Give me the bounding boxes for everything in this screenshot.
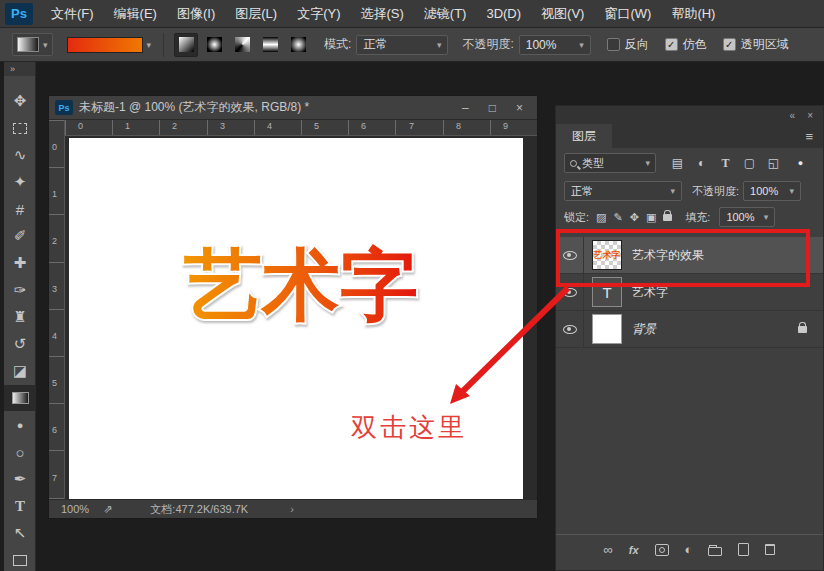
gradient-tool[interactable] <box>4 385 36 411</box>
panel-menu-icon[interactable]: ≡ <box>805 129 813 144</box>
filter-smart-objects-button[interactable]: ◱ <box>764 154 783 172</box>
blur-tool[interactable]: ● <box>4 412 36 438</box>
ruler-tick: 0 <box>78 121 83 131</box>
filter-toggle-icon: ● <box>798 158 803 168</box>
hand-tool[interactable]: Ш <box>4 566 36 571</box>
panel-collapse-icon[interactable]: « <box>790 110 796 121</box>
toolbar-collapse-button[interactable]: » <box>4 62 35 76</box>
layer-style-fx-button[interactable]: fx <box>629 544 639 556</box>
radial-gradient-button[interactable] <box>202 33 226 57</box>
linear-gradient-button[interactable] <box>174 33 198 57</box>
zoom-level[interactable]: 100% <box>61 503 89 515</box>
layer-name[interactable]: 背景 <box>632 321 656 338</box>
menu-file[interactable]: 文件(F) <box>41 0 104 28</box>
layer-thumbnail[interactable] <box>592 314 622 344</box>
rectangle-icon <box>13 555 27 566</box>
status-chevron-icon[interactable]: › <box>290 503 294 515</box>
new-adjustment-layer-button[interactable]: ◐ <box>685 542 693 557</box>
lock-all-icon[interactable] <box>663 214 672 221</box>
dither-checkbox[interactable]: ✓ <box>665 38 678 51</box>
search-icon <box>570 160 577 167</box>
path-selection-tool[interactable]: ↖ <box>4 520 36 546</box>
canvas[interactable]: 艺术字 双击这里 <box>69 138 523 501</box>
new-group-button[interactable] <box>708 547 722 556</box>
visibility-toggle[interactable] <box>556 311 584 348</box>
layer-row-background[interactable]: 背景 <box>556 311 823 348</box>
close-button[interactable]: × <box>516 101 523 115</box>
layer-opacity-select[interactable]: 100% ▾ <box>743 181 801 201</box>
ruler-tick: 5 <box>52 378 57 388</box>
maximize-button[interactable]: □ <box>489 101 496 115</box>
reflected-gradient-button[interactable] <box>258 33 282 57</box>
menu-3d[interactable]: 3D(D) <box>476 0 531 28</box>
filter-pixel-layers-button[interactable]: ▤ <box>668 154 687 172</box>
eraser-icon: ◪ <box>13 362 27 380</box>
menu-type[interactable]: 文字(Y) <box>287 0 350 28</box>
history-brush-tool[interactable]: ↺ <box>4 331 36 357</box>
filter-adjustment-layers-button[interactable]: ◐ <box>692 154 711 172</box>
options-bar: ▾ ▾ 模式: 正常 ▾ 不透明度: 100% ▾ 反向 ✓ 仿色 ✓ 透明区域 <box>0 28 824 62</box>
magic-wand-tool[interactable]: ✦ <box>4 169 36 195</box>
marquee-tool[interactable] <box>4 115 36 141</box>
fill-select[interactable]: 100% ▾ <box>719 207 775 227</box>
share-icon[interactable]: ⇗ <box>103 503 112 516</box>
filter-type-select[interactable]: 类型 ▾ <box>564 153 656 173</box>
lasso-tool[interactable]: ∿ <box>4 142 36 168</box>
menu-help[interactable]: 帮助(H) <box>661 0 725 28</box>
dodge-tool[interactable]: ○ <box>4 439 36 465</box>
crop-tool[interactable]: # <box>4 196 36 222</box>
filter-toggle-switch[interactable]: ● <box>791 154 810 172</box>
lock-artboard-icon[interactable]: ▣ <box>646 211 656 224</box>
blend-mode-select[interactable]: 正常 ▾ <box>564 181 682 201</box>
panel-close-icon[interactable]: × <box>807 110 813 121</box>
menu-layer[interactable]: 图层(L) <box>225 0 287 28</box>
angle-gradient-button[interactable] <box>230 33 254 57</box>
clone-stamp-tool[interactable]: ♜ <box>4 304 36 330</box>
transparency-label: 透明区域 <box>741 36 789 53</box>
menu-edit[interactable]: 编辑(E) <box>104 0 167 28</box>
mode-select[interactable]: 正常 ▾ <box>356 35 448 55</box>
menu-window[interactable]: 窗口(W) <box>594 0 661 28</box>
hand-icon: Ш <box>13 567 27 571</box>
menu-select[interactable]: 选择(S) <box>350 0 413 28</box>
link-layers-button[interactable]: ∞ <box>604 542 613 557</box>
delete-layer-button[interactable] <box>765 544 775 555</box>
gradient-preview[interactable] <box>67 37 143 53</box>
clone-stamp-icon: ♜ <box>13 308 26 326</box>
new-layer-button[interactable] <box>738 543 749 556</box>
menu-view[interactable]: 视图(V) <box>531 0 594 28</box>
brush-tool[interactable]: ✑ <box>4 277 36 303</box>
transparency-checkbox[interactable]: ✓ <box>723 38 736 51</box>
menu-filter[interactable]: 滤镜(T) <box>414 0 477 28</box>
lock-position-icon[interactable]: ✥ <box>630 211 639 224</box>
fill-value: 100% <box>726 211 754 223</box>
opacity-value: 100% <box>526 38 557 52</box>
tool-bar: » ✥ ∿ ✦ # ✐ ✚ ✑ ♜ ↺ ◪ ● ○ ✒ T ↖ Ш <box>4 62 36 571</box>
panel-tab-row: 图层 ≡ <box>556 124 823 148</box>
layer-opacity-value: 100% <box>750 185 778 197</box>
gradient-editor-button[interactable]: ▾ <box>67 37 152 53</box>
opacity-select[interactable]: 100% ▾ <box>519 35 591 55</box>
document-title-bar[interactable]: Ps 未标题-1 @ 100% (艺术字的效果, RGB/8) * – □ × <box>49 96 537 120</box>
menu-image[interactable]: 图像(I) <box>167 0 225 28</box>
lock-transparency-icon[interactable]: ▨ <box>596 211 606 224</box>
eyedropper-tool[interactable]: ✐ <box>4 223 36 249</box>
tool-preset-picker[interactable]: ▾ <box>12 33 53 56</box>
eraser-tool[interactable]: ◪ <box>4 358 36 384</box>
healing-brush-tool[interactable]: ✚ <box>4 250 36 276</box>
blend-mode-value: 正常 <box>571 184 593 199</box>
type-tool[interactable]: T <box>4 493 36 519</box>
filter-shape-layers-button[interactable]: ▢ <box>740 154 759 172</box>
pen-tool[interactable]: ✒ <box>4 466 36 492</box>
minimize-button[interactable]: – <box>462 101 469 115</box>
add-layer-mask-button[interactable] <box>655 544 669 556</box>
lock-pixels-icon[interactable]: ✎ <box>613 211 622 224</box>
type-icon: T <box>15 498 25 515</box>
diamond-gradient-button[interactable] <box>286 33 310 57</box>
move-tool[interactable]: ✥ <box>4 88 36 114</box>
tab-layers[interactable]: 图层 <box>556 124 612 148</box>
filter-type-layers-button[interactable]: T <box>716 154 735 172</box>
reverse-checkbox[interactable] <box>607 38 620 51</box>
magic-wand-icon: ✦ <box>14 173 27 191</box>
mode-label: 模式: <box>324 36 351 53</box>
